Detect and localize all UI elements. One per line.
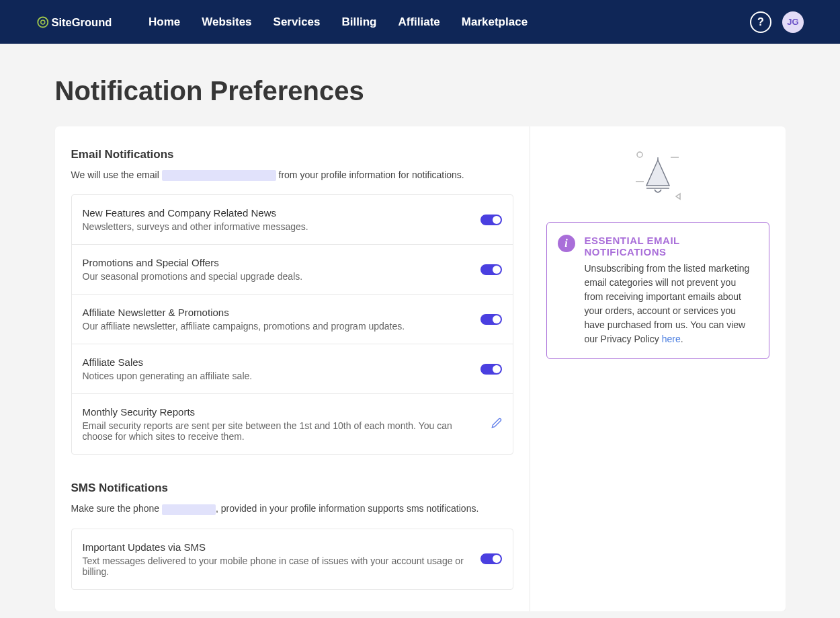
page-title: Notification Preferences bbox=[55, 76, 786, 106]
sms-section-title: SMS Notifications bbox=[71, 481, 513, 495]
email-section-desc: We will use the email from your profile … bbox=[71, 169, 513, 181]
pref-desc: Email security reports are sent per site… bbox=[83, 420, 480, 442]
info-box: i ESSENTIAL EMAIL NOTIFICATIONS Unsubscr… bbox=[546, 222, 769, 359]
pref-affiliate-sales: Affiliate Sales Notices upon generating … bbox=[72, 344, 513, 394]
pref-title: Monthly Security Reports bbox=[83, 406, 480, 418]
pref-desc: Our affiliate newsletter, affiliate camp… bbox=[83, 321, 470, 332]
pref-sms-updates: Important Updates via SMS Text messages … bbox=[72, 529, 513, 589]
svg-text:SiteGround: SiteGround bbox=[52, 16, 112, 28]
pref-title: Important Updates via SMS bbox=[83, 541, 470, 553]
avatar[interactable]: JG bbox=[782, 11, 804, 33]
pref-title: Affiliate Sales bbox=[83, 356, 470, 368]
info-text-body: Unsubscribing from the listed marketing … bbox=[585, 263, 750, 344]
pref-promotions: Promotions and Special Offers Our season… bbox=[72, 245, 513, 295]
main-column: Email Notifications We will use the emai… bbox=[55, 126, 530, 611]
info-box-title: ESSENTIAL EMAIL NOTIFICATIONS bbox=[585, 235, 757, 258]
pref-title: New Features and Company Related News bbox=[83, 207, 470, 219]
bell-illustration bbox=[546, 148, 769, 202]
sms-pref-list: Important Updates via SMS Text messages … bbox=[71, 529, 513, 590]
email-desc-suffix: from your profile information for notifi… bbox=[276, 169, 464, 180]
side-column: i ESSENTIAL EMAIL NOTIFICATIONS Unsubscr… bbox=[530, 126, 786, 611]
sms-desc-prefix: Make sure the phone bbox=[71, 503, 162, 514]
redacted-phone bbox=[162, 504, 216, 515]
info-box-text: Unsubscribing from the listed marketing … bbox=[585, 262, 757, 346]
nav-affiliate[interactable]: Affiliate bbox=[398, 15, 439, 29]
redacted-email bbox=[162, 170, 276, 181]
pref-desc: Our seasonal promotions and special upgr… bbox=[83, 271, 470, 282]
pref-new-features: New Features and Company Related News Ne… bbox=[72, 195, 513, 245]
pref-security-reports: Monthly Security Reports Email security … bbox=[72, 394, 513, 454]
toggle-promotions[interactable] bbox=[480, 264, 502, 275]
pref-desc: Notices upon generating an affiliate sal… bbox=[83, 371, 470, 381]
sms-desc-suffix: , provided in your profile information s… bbox=[216, 503, 478, 514]
logo[interactable]: SiteGround bbox=[36, 12, 127, 32]
privacy-policy-link[interactable]: here bbox=[662, 334, 681, 344]
help-icon[interactable]: ? bbox=[750, 11, 771, 33]
toggle-sms-updates[interactable] bbox=[480, 553, 502, 564]
toggle-affiliate-sales[interactable] bbox=[480, 364, 502, 375]
nav-items: Home Websites Services Billing Affiliate… bbox=[149, 15, 750, 29]
email-section-title: Email Notifications bbox=[71, 148, 513, 161]
pref-affiliate-newsletter: Affiliate Newsletter & Promotions Our af… bbox=[72, 295, 513, 344]
pref-title: Affiliate Newsletter & Promotions bbox=[83, 307, 470, 318]
sms-section-desc: Make sure the phone , provided in your p… bbox=[71, 503, 513, 514]
info-icon: i bbox=[558, 235, 575, 252]
email-pref-list: New Features and Company Related News Ne… bbox=[71, 194, 513, 455]
info-text-suffix: . bbox=[681, 334, 683, 344]
pencil-icon[interactable] bbox=[491, 418, 502, 431]
svg-marker-6 bbox=[676, 194, 680, 199]
pref-desc: Text messages delivered to your mobile p… bbox=[83, 555, 470, 577]
svg-point-1 bbox=[41, 20, 45, 24]
content-card: Email Notifications We will use the emai… bbox=[55, 126, 786, 611]
pref-title: Promotions and Special Offers bbox=[83, 257, 470, 268]
nav-billing[interactable]: Billing bbox=[342, 15, 377, 29]
nav-marketplace[interactable]: Marketplace bbox=[462, 15, 528, 29]
nav-websites[interactable]: Websites bbox=[202, 15, 251, 29]
pref-desc: Newsletters, surveys and other informati… bbox=[83, 221, 470, 232]
svg-point-3 bbox=[637, 152, 642, 157]
svg-point-0 bbox=[38, 17, 48, 27]
nav-home[interactable]: Home bbox=[149, 15, 180, 29]
top-nav: SiteGround Home Websites Services Billin… bbox=[0, 0, 840, 44]
nav-right: ? JG bbox=[750, 11, 804, 33]
email-desc-prefix: We will use the email bbox=[71, 169, 162, 180]
toggle-new-features[interactable] bbox=[480, 215, 502, 225]
nav-services[interactable]: Services bbox=[274, 15, 321, 29]
toggle-affiliate-newsletter[interactable] bbox=[480, 314, 502, 325]
